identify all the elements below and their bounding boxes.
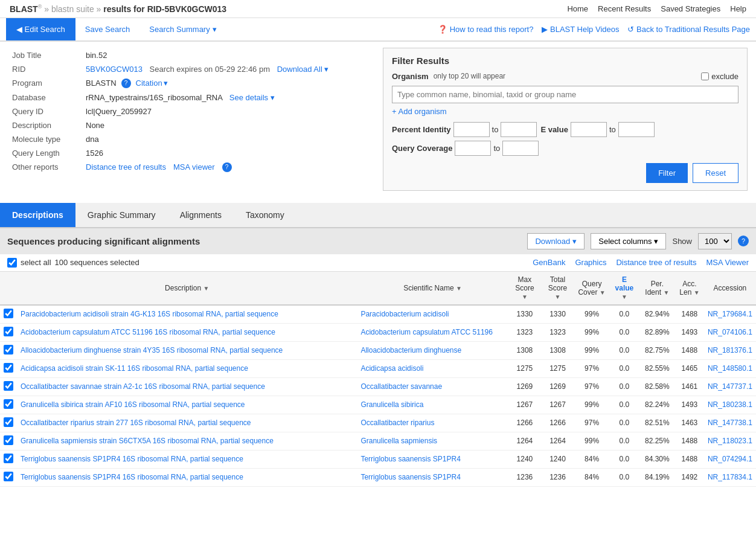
scientific-name-link[interactable]: Granulicella sapmiensis <box>360 437 437 445</box>
col-per-ident[interactable]: Per. Ident ▼ <box>639 272 675 305</box>
home-link[interactable]: Home <box>567 4 588 13</box>
col-scientific-name[interactable]: Scientific Name ▼ <box>357 272 508 305</box>
show-select[interactable]: 100 10 50 200 <box>698 233 732 249</box>
scientific-name-link[interactable]: Alloacidobacterium dinghuense <box>360 346 461 354</box>
row-total-score: 1308 <box>541 341 574 359</box>
results-help-icon[interactable]: ? <box>738 236 749 246</box>
chevron-down-icon: ▾ <box>654 237 658 246</box>
col-max-score[interactable]: Max Score ▼ <box>508 272 541 305</box>
reset-button[interactable]: Reset <box>693 163 738 183</box>
percent-identity-from[interactable] <box>453 122 490 137</box>
citation-button[interactable]: Citation ▾ <box>136 79 168 88</box>
msa-viewer-results-link[interactable]: MSA Viewer <box>706 258 749 267</box>
see-details-link[interactable]: See details ▾ <box>229 93 275 102</box>
description-link[interactable]: Terriglobus saanensis SP1PR4 16S ribosom… <box>21 455 243 463</box>
graphics-link[interactable]: Graphics <box>575 258 606 267</box>
exclude-row: exclude <box>701 72 738 81</box>
accession-link[interactable]: NR_117834.1 <box>708 473 752 481</box>
blast-help-videos-link[interactable]: ▶ BLAST Help Videos <box>542 25 619 34</box>
col-query-cover[interactable]: Query Cover ▼ <box>574 272 609 305</box>
description-link[interactable]: Occallatibacter savannae strain A2-1c 16… <box>21 382 265 391</box>
evalue-from[interactable] <box>571 122 607 137</box>
percent-identity-to[interactable] <box>501 122 537 137</box>
row-checkbox[interactable] <box>4 472 13 481</box>
query-coverage-from[interactable] <box>455 141 491 156</box>
accession-link[interactable]: NR_147738.1 <box>708 419 752 427</box>
distance-tree-link[interactable]: Distance tree of results <box>86 162 166 172</box>
col-evalue[interactable]: E value ▼ <box>609 272 639 305</box>
save-search-button[interactable]: Save Search <box>75 19 139 40</box>
row-scientific-name: Occallatibacter savannae <box>357 377 508 396</box>
tab-graphic-summary[interactable]: Graphic Summary <box>75 203 168 227</box>
distance-tree-results-link[interactable]: Distance tree of results <box>616 258 696 267</box>
search-summary-button[interactable]: Search Summary ▾ <box>139 19 226 40</box>
row-checkbox[interactable] <box>4 345 13 354</box>
edit-search-button[interactable]: ◀ Edit Search <box>6 18 75 40</box>
scientific-name-link[interactable]: Occallatibacter savannae <box>360 382 442 391</box>
row-checkbox[interactable] <box>4 399 13 409</box>
select-columns-button[interactable]: Select columns ▾ <box>591 233 666 249</box>
blastn-info-icon[interactable]: ? <box>121 79 131 88</box>
tab-alignments[interactable]: Alignments <box>168 203 234 227</box>
accession-link[interactable]: NR_179684.1 <box>708 310 752 318</box>
col-accession[interactable]: Accession <box>704 272 756 305</box>
genbank-link[interactable]: GenBank <box>533 258 565 267</box>
row-checkbox[interactable] <box>4 363 13 373</box>
row-checkbox[interactable] <box>4 454 13 463</box>
col-total-score[interactable]: Total Score ▼ <box>541 272 574 305</box>
col-acc-len[interactable]: Acc. Len ▼ <box>675 272 704 305</box>
scientific-name-link[interactable]: Occallatibacter riparius <box>360 419 434 427</box>
scientific-name-link[interactable]: Acidicapsa acidisoli <box>360 364 423 373</box>
accession-link[interactable]: NR_074106.1 <box>708 328 752 336</box>
row-description: Acidicapsa acidisoli strain SK-11 16S ri… <box>17 359 357 377</box>
saved-strategies-link[interactable]: Saved Strategies <box>661 4 720 13</box>
description-link[interactable]: Terriglobus saanensis SP1PR4 16S ribosom… <box>21 473 243 481</box>
download-button[interactable]: Download ▾ <box>527 233 585 249</box>
description-link[interactable]: Granulicella sapmiensis strain S6CTX5A 1… <box>21 437 274 445</box>
scientific-name-link[interactable]: Terriglobus saanensis SP1PR4 <box>360 473 460 481</box>
accession-link[interactable]: NR_118023.1 <box>708 437 752 445</box>
row-checkbox[interactable] <box>4 435 13 445</box>
row-checkbox[interactable] <box>4 417 13 427</box>
description-link[interactable]: Paracidobacterium acidisoli strain 4G-K1… <box>21 310 278 318</box>
organism-input[interactable] <box>392 86 738 103</box>
description-link[interactable]: Alloacidobacterium dinghuense strain 4Y3… <box>21 346 283 354</box>
tab-descriptions[interactable]: Descriptions <box>0 203 75 227</box>
other-reports-info-icon[interactable]: ? <box>222 162 232 172</box>
row-checkbox[interactable] <box>4 309 13 318</box>
description-link[interactable]: Occallatibacter riparius strain 277 16S … <box>21 419 251 427</box>
back-traditional-link[interactable]: ↺ Back to Traditional Results Page <box>627 25 750 34</box>
col-description[interactable]: Description ▼ <box>17 272 357 305</box>
query-length-row: Query Length 1526 <box>10 147 372 159</box>
select-all-checkbox[interactable] <box>7 258 17 268</box>
description-link[interactable]: Granulicella sibirica strain AF10 16S ri… <box>21 400 245 409</box>
accession-link[interactable]: NR_147737.1 <box>708 382 752 391</box>
scientific-name-link[interactable]: Granulicella sibirica <box>360 400 423 409</box>
accession-link[interactable]: NR_180238.1 <box>708 400 752 409</box>
msa-viewer-link[interactable]: MSA viewer <box>173 162 215 172</box>
row-checkbox[interactable] <box>4 327 13 336</box>
row-checkbox[interactable] <box>4 381 13 391</box>
exclude-checkbox[interactable] <box>701 72 709 80</box>
query-coverage-to[interactable] <box>502 141 539 156</box>
download-all-link[interactable]: Download All ▾ <box>277 65 328 74</box>
description-link[interactable]: Acidobacterium capsulatum ATCC 51196 16S… <box>21 328 275 336</box>
tab-taxonomy[interactable]: Taxonomy <box>234 203 296 227</box>
evalue-to[interactable] <box>618 122 655 137</box>
rid-link[interactable]: 5BVK0GCW013 <box>86 65 143 74</box>
help-link[interactable]: Help <box>730 4 746 13</box>
recent-results-link[interactable]: Recent Results <box>598 4 651 13</box>
add-organism-link[interactable]: + Add organism <box>392 107 447 116</box>
scientific-name-link[interactable]: Paracidobacterium acidisoli <box>360 310 449 318</box>
description-link[interactable]: Acidicapsa acidisoli strain SK-11 16S ri… <box>21 364 248 373</box>
row-per-ident: 82.24% <box>639 396 675 414</box>
row-description: Occallatibacter riparius strain 277 16S … <box>17 414 357 432</box>
filter-button[interactable]: Filter <box>646 163 688 183</box>
accession-link[interactable]: NR_148580.1 <box>708 364 752 373</box>
accession-link[interactable]: NR_074294.1 <box>708 455 752 463</box>
how-to-read-link[interactable]: ❓ How to read this report? <box>438 25 533 34</box>
scientific-name-link[interactable]: Acidobacterium capsulatum ATCC 51196 <box>360 328 493 336</box>
scientific-name-link[interactable]: Terriglobus saanensis SP1PR4 <box>360 455 460 463</box>
row-max-score: 1275 <box>508 359 541 377</box>
accession-link[interactable]: NR_181376.1 <box>708 346 752 354</box>
